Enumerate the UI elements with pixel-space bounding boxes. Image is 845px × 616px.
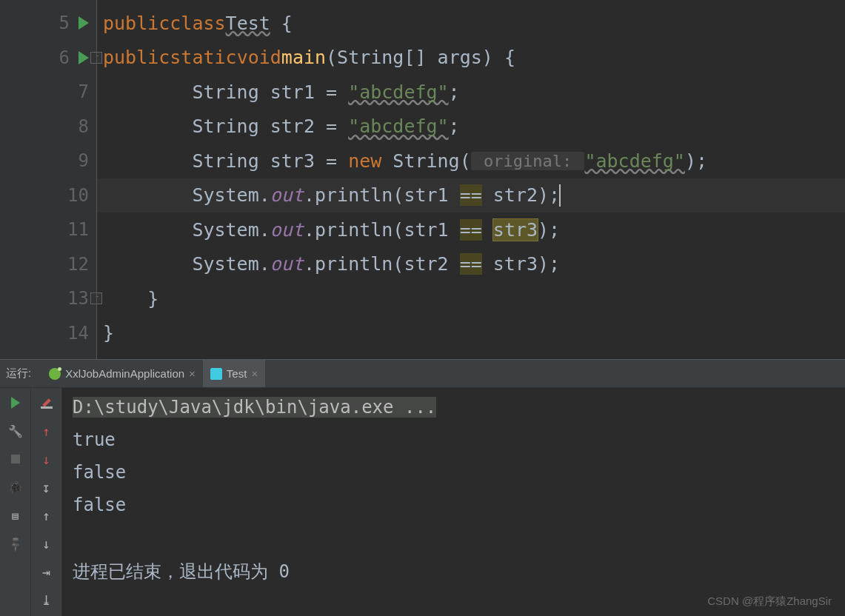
run-tab-test[interactable]: Test × [203,360,265,387]
occurrence-highlight: str3 [493,219,538,241]
run-line-icon[interactable] [79,16,89,30]
keyword: static [170,47,236,68]
line-number: 12 [59,254,89,275]
text: System. [103,184,270,206]
scroll-down-button[interactable]: ↓ [39,536,54,551]
code-line[interactable]: String str1 = "abcdefg"; [97,75,845,110]
edit-config-button[interactable] [8,424,23,438]
scroll-up-button[interactable]: ↑ [39,508,54,523]
code-line[interactable]: } [97,281,845,316]
close-icon[interactable]: × [251,367,258,380]
string-literal: "abcdefg" [348,116,448,137]
pin-button[interactable] [8,536,23,551]
text: String str1 = [103,81,348,103]
gutter: 5 6 7 8 9 10 11 12 13 14 [0,0,96,359]
line-number: 5 [40,13,70,33]
text: System. [103,253,270,275]
text: { [270,13,293,34]
text: .println(str2 [304,253,460,275]
gutter-row[interactable]: 11 [0,212,96,247]
text: String( [381,150,470,172]
gutter-row[interactable]: 6 [0,41,96,76]
play-icon [11,397,20,409]
occurrence-highlight: == [460,253,482,275]
text: String str2 = [103,116,348,137]
keyword: class [170,13,225,34]
gutter-row[interactable]: 9 [0,144,96,178]
console-line: true [73,429,835,450]
console-exit-line: 进程已结束，退出代码为 0 [73,560,835,583]
code-line[interactable]: String str3 = new String( original: "abc… [97,144,845,178]
pencil-icon [41,397,53,409]
code-area[interactable]: public class Test { public static void m… [96,0,845,359]
console-command: D:\study\Java\jdk\bin\java.exe ... [73,397,436,418]
up-stack-button[interactable]: ↑ [39,424,54,438]
console-output[interactable]: D:\study\Java\jdk\bin\java.exe ... true … [62,388,845,616]
gutter-row[interactable]: 7 [0,75,96,110]
gutter-row[interactable]: 12 [0,247,96,282]
gutter-row[interactable]: 13 [0,281,96,316]
text: ); [538,219,560,241]
text: ; [449,81,460,103]
editor-area: 5 6 7 8 9 10 11 12 13 14 public class Te… [0,0,845,359]
run-tab-xxljob[interactable]: XxlJobAdminApplication × [41,360,203,387]
rerun-button[interactable] [8,395,23,410]
edit-source-button[interactable] [39,395,54,410]
console-line: false [73,495,835,515]
field: out [270,184,304,206]
text [482,219,493,241]
soft-wrap-button[interactable]: ↧ [39,480,54,495]
text: } [103,288,158,309]
code-line[interactable]: public class Test { [97,6,845,41]
caret [559,184,561,207]
text: str3); [482,253,560,275]
spring-icon [49,368,61,380]
run-line-icon[interactable] [79,51,89,64]
layout-button[interactable] [8,508,23,523]
line-number: 7 [59,81,89,102]
close-icon[interactable]: × [189,367,196,380]
code-line[interactable]: System.out.println(str1 == str3); [97,212,845,247]
text: } [103,322,114,344]
run-body: ↑ ↓ ↧ ↑ ↓ ⇥ ⤓ D:\study\Java\jdk\bin\java… [0,388,845,616]
tab-label: Test [227,367,247,380]
keyword: void [237,47,281,68]
dump-threads-button[interactable] [8,480,23,495]
down-stack-button[interactable]: ↓ [39,452,54,466]
field: out [270,253,304,275]
text: String str3 = [103,150,348,172]
code-line-active[interactable]: System.out.println(str1 == str2); [97,178,845,213]
code-line[interactable]: } [97,316,845,351]
string-literal: "abcdefg" [584,150,684,172]
text: .println(str1 [304,184,460,206]
stop-icon [11,455,20,463]
gutter-row[interactable]: 5 [0,6,96,41]
line-number: 11 [59,219,89,240]
run-label: 运行: [6,366,31,381]
run-panel: 运行: XxlJobAdminApplication × Test × ↑ ↓ … [0,359,845,616]
text: str2); [482,184,560,206]
run-tool-column-side: ↑ ↓ ↧ ↑ ↓ ⇥ ⤓ [31,388,62,616]
gutter-row[interactable]: 8 [0,110,96,144]
string-literal: "abcdefg" [348,81,448,103]
text: ); [685,150,707,172]
watermark: CSDN @程序猿ZhangSir [707,595,832,609]
code-line[interactable]: String str2 = "abcdefg"; [97,110,845,144]
code-line[interactable]: public static void main(String[] args) { [97,41,845,76]
run-tool-column-left [0,388,31,616]
occurrence-highlight: == [460,219,482,241]
gutter-row[interactable]: 14 [0,316,96,351]
class-name: Test [226,13,270,34]
gutter-row[interactable]: 10 [0,178,96,213]
text: (String[] args) { [326,47,515,68]
scroll-end-button[interactable]: ⤓ [39,592,54,607]
code-line[interactable]: System.out.println(str2 == str3); [97,247,845,282]
line-number: 6 [40,47,70,68]
wrap-button[interactable]: ⇥ [39,564,54,579]
stop-button[interactable] [8,452,23,466]
parameter-hint: original: [471,152,585,170]
text: ; [449,116,460,137]
run-tabs-bar: 运行: XxlJobAdminApplication × Test × [0,360,845,388]
line-number: 9 [59,150,89,171]
line-number: 13 [59,288,89,309]
